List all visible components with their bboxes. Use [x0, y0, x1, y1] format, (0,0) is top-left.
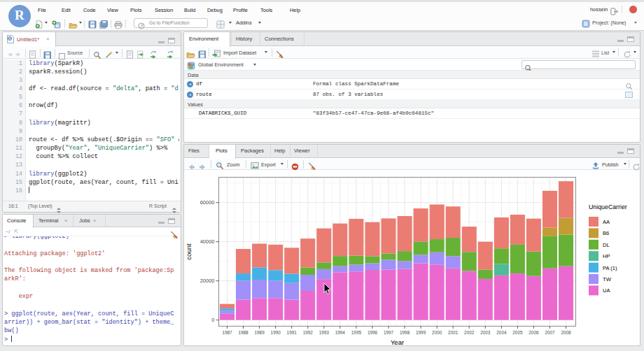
svg-text:1987: 1987: [222, 330, 232, 335]
svg-text:0: 0: [211, 317, 214, 323]
svg-text:1997: 1997: [384, 330, 394, 335]
svg-text:60000: 60000: [200, 199, 215, 206]
svg-text:1992: 1992: [303, 330, 314, 335]
svg-text:1998: 1998: [400, 330, 410, 335]
svg-text:UA: UA: [603, 287, 610, 294]
svg-text:1991: 1991: [287, 330, 298, 335]
svg-text:1994: 1994: [335, 330, 346, 335]
svg-text:AA: AA: [603, 219, 610, 225]
svg-text:2006: 2006: [528, 330, 539, 335]
svg-text:20000: 20000: [200, 278, 215, 284]
svg-text:1988: 1988: [238, 330, 248, 335]
svg-text:2002: 2002: [464, 330, 475, 335]
svg-text:TW: TW: [603, 276, 612, 282]
svg-text:PA (1): PA (1): [603, 265, 617, 271]
svg-text:HP: HP: [603, 253, 610, 259]
svg-text:DL: DL: [603, 242, 610, 248]
svg-text:Year: Year: [391, 338, 404, 346]
svg-text:R: R: [584, 21, 588, 27]
svg-text:1995: 1995: [351, 330, 362, 335]
svg-text:B6: B6: [603, 230, 609, 236]
svg-text:R: R: [8, 36, 11, 41]
svg-text:1996: 1996: [368, 330, 378, 335]
svg-text:2001: 2001: [448, 330, 458, 335]
svg-text:2003: 2003: [480, 330, 491, 335]
svg-text:2007: 2007: [545, 330, 555, 335]
svg-text:2005: 2005: [512, 330, 523, 335]
svg-text:40000: 40000: [200, 238, 215, 245]
svg-text:1990: 1990: [271, 330, 281, 335]
svg-text:2004: 2004: [496, 330, 507, 335]
svg-text:2000: 2000: [432, 330, 442, 335]
svg-text:UniqueCarrier: UniqueCarrier: [589, 203, 627, 210]
svg-text:count: count: [185, 243, 192, 260]
svg-text:1993: 1993: [319, 330, 330, 335]
svg-text:2008: 2008: [561, 330, 571, 335]
svg-text:1999: 1999: [416, 330, 426, 335]
svg-text:1989: 1989: [254, 330, 265, 335]
